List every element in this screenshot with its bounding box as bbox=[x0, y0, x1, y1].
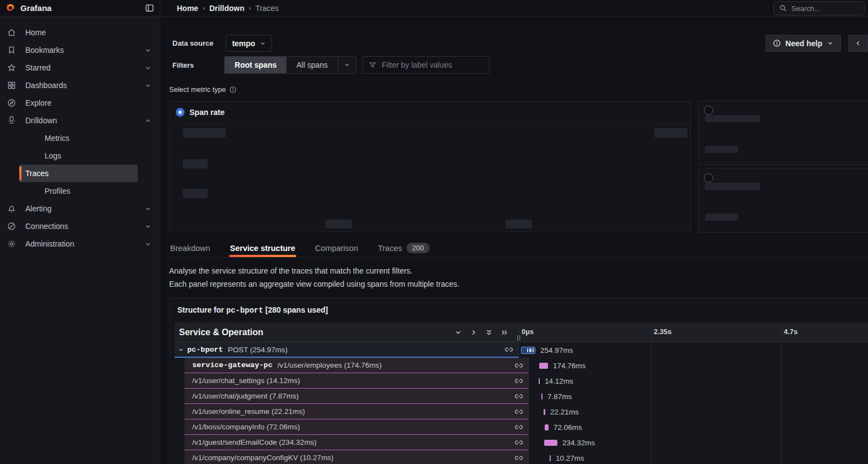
tab-traces[interactable]: Traces 200 bbox=[377, 239, 430, 257]
span-bar[interactable] bbox=[541, 394, 542, 400]
all-spans-option[interactable]: All spans bbox=[286, 57, 338, 73]
sidebar-item-label: Administration bbox=[25, 239, 74, 248]
link-icon[interactable] bbox=[515, 362, 523, 369]
span-rate-radio[interactable] bbox=[176, 108, 185, 117]
root-spans-option[interactable]: Root spans bbox=[225, 57, 286, 73]
span-bar[interactable] bbox=[544, 409, 545, 415]
span-bar[interactable] bbox=[544, 440, 557, 446]
sidebar-item-connections[interactable]: Connections bbox=[0, 217, 160, 235]
link-icon[interactable] bbox=[515, 408, 523, 416]
link-icon[interactable] bbox=[505, 346, 513, 353]
sidebar-item-label: Drilldown bbox=[25, 116, 57, 125]
tab-breakdown[interactable]: Breakdown bbox=[169, 239, 211, 257]
table-row[interactable]: /v1/user/chat/judgment (7.87ms) 7.87ms bbox=[175, 389, 868, 404]
table-row[interactable]: /v1/user/online_resume (22.21ms) 22.21ms bbox=[175, 404, 868, 419]
tab-service-structure[interactable]: Service structure bbox=[229, 239, 296, 257]
sidebar-item-label: Alerting bbox=[25, 204, 51, 213]
sidebar-item-starred[interactable]: Starred bbox=[0, 59, 160, 77]
link-icon[interactable] bbox=[515, 423, 523, 431]
table-row[interactable]: /v1/user/chat_settings (14.12ms) 14.12ms bbox=[175, 373, 868, 389]
service-operation-title: Service & Operation bbox=[179, 327, 263, 337]
table-row[interactable]: /v1/boss/companyInfo (72.06ms) 72.06ms bbox=[175, 419, 868, 435]
sidebar-item-profiles[interactable]: Profiles bbox=[19, 182, 138, 200]
breadcrumb-separator: › bbox=[249, 4, 251, 12]
service-operation-header: Service & Operation || bbox=[175, 323, 519, 342]
chevron-down-icon[interactable] bbox=[144, 205, 151, 212]
timeline-cell: 10.27ms bbox=[529, 450, 868, 464]
collapse-all-icon[interactable] bbox=[485, 329, 493, 336]
expand-all-icon[interactable] bbox=[501, 329, 508, 336]
service-cell[interactable]: /v1/company/companyConfigKV (10.27ms) bbox=[185, 450, 529, 464]
search-icon bbox=[779, 4, 787, 12]
loading-skeleton bbox=[705, 183, 760, 190]
info-icon[interactable] bbox=[229, 86, 237, 94]
table-row[interactable]: service-gateway-pc /v1/user/employees (1… bbox=[175, 358, 868, 373]
service-cell[interactable]: service-gateway-pc /v1/user/employees (1… bbox=[185, 358, 529, 373]
metric-option-panel[interactable] bbox=[698, 100, 868, 165]
sidebar-item-dashboards[interactable]: Dashboards bbox=[0, 77, 160, 94]
link-icon[interactable] bbox=[515, 439, 523, 446]
sidebar-item-bookmarks[interactable]: Bookmarks bbox=[0, 41, 160, 59]
chevron-up-icon[interactable] bbox=[144, 117, 151, 124]
expand-one-icon[interactable] bbox=[470, 329, 478, 336]
sidebar-nav: Home Bookmarks Starred Dashboards Explor… bbox=[0, 17, 160, 253]
data-source-select[interactable]: tempo bbox=[226, 35, 272, 52]
loading-skeleton bbox=[654, 128, 687, 138]
sidebar-item-logs[interactable]: Logs bbox=[19, 147, 138, 165]
chevron-down-icon[interactable] bbox=[144, 64, 151, 72]
collapse-one-icon[interactable] bbox=[454, 329, 462, 336]
span-bar[interactable] bbox=[545, 424, 549, 430]
breadcrumb-home[interactable]: Home bbox=[177, 4, 198, 13]
span-rate-panel[interactable]: Span rate bbox=[169, 101, 691, 232]
service-cell[interactable]: /v1/user/online_resume (22.21ms) bbox=[185, 404, 529, 419]
service-cell[interactable]: /v1/boss/companyInfo (72.06ms) bbox=[185, 419, 529, 435]
table-row[interactable]: pc-bport POST (254.97ms) 254.97ms bbox=[175, 342, 868, 358]
label-filter-input[interactable]: Filter by label values bbox=[362, 56, 490, 74]
chevron-down-icon[interactable] bbox=[144, 47, 151, 54]
need-help-button[interactable]: Need help bbox=[766, 35, 841, 52]
service-cell[interactable]: /v1/user/chat_settings (14.12ms) bbox=[185, 373, 529, 389]
sidebar-item-administration[interactable]: Administration bbox=[0, 235, 160, 253]
link-icon[interactable] bbox=[515, 377, 523, 385]
span-duration: 254.97ms bbox=[540, 346, 573, 354]
sidebar-toggle-icon[interactable] bbox=[145, 3, 154, 13]
grafana-logo[interactable] bbox=[6, 3, 15, 13]
operation-name: /v1/user/chat_settings (14.12ms) bbox=[192, 376, 300, 385]
chevron-down-icon[interactable] bbox=[178, 347, 184, 353]
collapse-controls-button[interactable] bbox=[848, 35, 868, 52]
span-bar[interactable] bbox=[521, 347, 535, 354]
tab-comparison[interactable]: Comparison bbox=[314, 239, 359, 257]
service-cell[interactable]: pc-bport POST (254.97ms) bbox=[175, 342, 519, 358]
sidebar-item-label: Logs bbox=[45, 151, 61, 160]
loading-skeleton bbox=[326, 220, 352, 228]
sidebar-item-alerting[interactable]: Alerting bbox=[0, 200, 160, 217]
sidebar-item-drilldown[interactable]: Drilldown bbox=[0, 112, 160, 129]
span-bar[interactable] bbox=[550, 455, 551, 461]
sidebar-item-label: Traces bbox=[25, 169, 48, 178]
search-placeholder: Search... bbox=[791, 4, 820, 13]
sidebar-item-metrics[interactable]: Metrics bbox=[19, 129, 138, 147]
chevron-down-icon[interactable] bbox=[144, 241, 151, 248]
star-icon bbox=[7, 63, 16, 72]
link-icon[interactable] bbox=[515, 392, 523, 400]
search-input[interactable]: Search... bbox=[773, 1, 865, 15]
chevron-down-icon[interactable] bbox=[144, 223, 151, 230]
span-bar[interactable] bbox=[539, 363, 548, 369]
breadcrumb-drilldown[interactable]: Drilldown bbox=[209, 4, 245, 13]
table-row[interactable]: /v1/company/companyConfigKV (10.27ms) 10… bbox=[175, 450, 868, 464]
sidebar-item-home[interactable]: Home bbox=[0, 24, 160, 41]
span-bar[interactable] bbox=[539, 378, 540, 384]
sidebar-item-traces[interactable]: Traces bbox=[19, 165, 138, 182]
sidebar-item-explore[interactable]: Explore bbox=[0, 94, 160, 112]
metric-radio-unselected[interactable] bbox=[704, 173, 713, 183]
time-tick: 4.7s bbox=[784, 327, 798, 336]
title-suffix: [280 spans used] bbox=[263, 305, 328, 314]
chevron-down-icon[interactable] bbox=[144, 82, 151, 89]
metric-radio-unselected[interactable] bbox=[704, 106, 713, 115]
scope-more-dropdown[interactable] bbox=[338, 57, 356, 73]
service-cell[interactable]: /v1/guest/sendEmailCode (234.32ms) bbox=[185, 435, 529, 450]
service-cell[interactable]: /v1/user/chat/judgment (7.87ms) bbox=[185, 389, 529, 404]
metric-option-panel[interactable] bbox=[698, 168, 868, 233]
link-icon[interactable] bbox=[515, 454, 523, 462]
table-row[interactable]: /v1/guest/sendEmailCode (234.32ms) 234.3… bbox=[175, 435, 868, 450]
